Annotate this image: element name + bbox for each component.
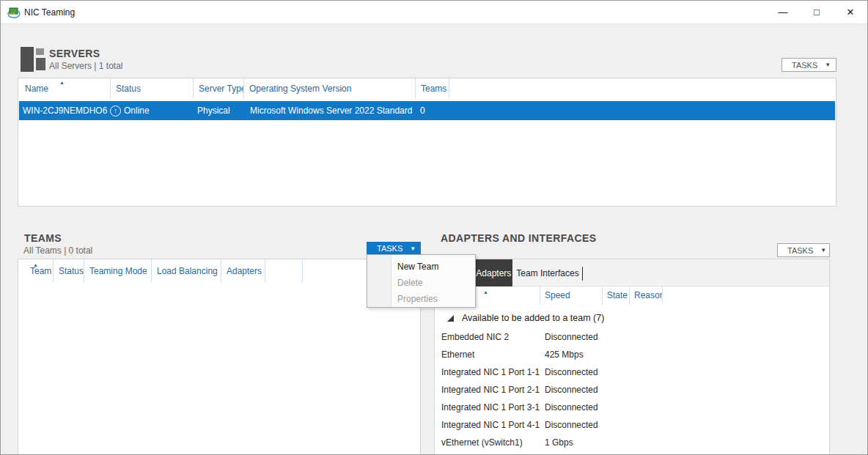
minimize-button[interactable]: — [766, 1, 800, 23]
adapter-speed: Disconnected [545, 402, 598, 413]
adapters-panel: Network Adapters Team Interfaces Speed S… [434, 259, 830, 455]
teams-tasks-button[interactable]: TASKS ▼ [367, 242, 421, 255]
server-type: Physical [197, 106, 230, 116]
teams-sort-arrow-icon: ▲ [33, 262, 38, 267]
server-online-arrow-icon: ↑ [110, 106, 121, 116]
servers-col-os-version[interactable]: Operating System Version [244, 78, 416, 98]
teams-col-adapters[interactable]: Adapters [221, 259, 265, 283]
server-teams-count: 0 [420, 106, 425, 116]
teams-col-load-balancing[interactable]: Load Balancing [152, 259, 221, 283]
close-button[interactable]: ✕ [834, 1, 867, 23]
tab-cursor [582, 267, 583, 281]
adapters-heading: ADAPTERS AND INTERFACES [441, 232, 596, 244]
adapters-tasks-label: TASKS [787, 246, 813, 255]
adapter-speed: 1 Gbps [545, 437, 573, 448]
adapter-name: vEthernet (vSwitch1) [441, 437, 523, 448]
servers-tasks-button[interactable]: TASKS ▼ [781, 58, 836, 72]
teams-col-empty [265, 259, 303, 283]
adapter-row[interactable]: Integrated NIC 1 Port 1-1 Disconnected [435, 363, 829, 381]
adapter-name: Embedded NIC 2 [441, 332, 509, 342]
adapter-row[interactable]: Integrated NIC 1 Port 4-1 Disconnected [435, 416, 829, 434]
server-os-version: Microsoft Windows Server 2022 Standard [250, 106, 412, 116]
adapters-sort-arrow-icon: ▲ [483, 289, 488, 295]
servers-table-header: Name Status Server Type Operating System… [18, 78, 836, 98]
teams-col-status[interactable]: Status [54, 259, 84, 283]
adapters-col-reason[interactable]: Reason [630, 286, 663, 304]
servers-heading: SERVERS [49, 48, 100, 59]
servers-subheading: All Servers | 1 total [49, 61, 123, 71]
adapters-group-row[interactable]: Available to be added to a team (7) [435, 311, 829, 325]
nic-teaming-app-icon [7, 7, 21, 18]
servers-icon [21, 47, 47, 72]
teams-panel: Team Status Teaming Mode Load Balancing … [18, 259, 421, 455]
menu-item-new-team[interactable]: New Team [367, 259, 475, 275]
window-title: NIC Teaming [24, 7, 75, 18]
adapters-col-state[interactable]: State [603, 286, 630, 304]
servers-tasks-caret-icon: ▼ [825, 62, 831, 68]
adapter-name: Integrated NIC 1 Port 4-1 [441, 420, 540, 430]
server-name: WIN-2CJ9NEMDHO6 [23, 106, 107, 116]
adapter-speed: Disconnected [545, 332, 598, 342]
servers-col-name[interactable]: Name [18, 78, 111, 98]
adapter-row[interactable]: Embedded NIC 2 Disconnected [435, 328, 829, 346]
servers-col-status[interactable]: Status [111, 78, 194, 98]
adapters-tasks-caret-icon: ▼ [820, 247, 826, 254]
teams-subheading: All Teams | 0 total [23, 245, 92, 256]
tab-team-interfaces[interactable]: Team Interfaces [512, 259, 583, 286]
adapter-row[interactable]: Integrated NIC 1 Port 2-1 Disconnected [435, 381, 829, 399]
adapters-tabstrip: Network Adapters Team Interfaces [435, 259, 829, 286]
server-row-selected[interactable]: WIN-2CJ9NEMDHO6 ↑ Online Physical Micros… [19, 101, 835, 120]
adapter-row[interactable]: vEthernet (vSwitch1) 1 Gbps [435, 434, 829, 451]
adapter-speed: Disconnected [545, 385, 598, 395]
group-label: Available to be added to a team (7) [462, 313, 604, 323]
adapter-speed: 425 Mbps [545, 349, 584, 360]
adapters-col-speed[interactable]: Speed [540, 286, 603, 304]
teams-tasks-menu: New Team Delete Properties [367, 254, 476, 308]
adapter-name: Integrated NIC 1 Port 3-1 [441, 402, 540, 413]
adapters-col-filler [663, 286, 829, 304]
servers-col-empty [449, 78, 836, 98]
teams-col-teaming-mode[interactable]: Teaming Mode [84, 259, 152, 283]
teams-tasks-label: TASKS [377, 244, 402, 253]
group-collapse-icon[interactable] [447, 315, 454, 322]
servers-sort-arrow-icon: ▲ [59, 80, 65, 85]
teams-tasks-caret-icon: ▼ [410, 245, 416, 252]
adapters-table-header: Speed State Reason [435, 286, 829, 304]
teams-heading: TEAMS [24, 232, 62, 244]
servers-col-server-type[interactable]: Server Type [194, 78, 244, 98]
server-status: Online [124, 106, 150, 116]
servers-panel: Name Status Server Type Operating System… [18, 78, 836, 207]
adapter-speed: Disconnected [545, 420, 598, 430]
maximize-button[interactable]: □ [800, 1, 834, 23]
teams-table-header: Team Status Teaming Mode Load Balancing … [18, 259, 420, 283]
servers-tasks-label: TASKS [792, 61, 817, 70]
adapters-tasks-button[interactable]: TASKS ▼ [777, 243, 830, 257]
menu-item-properties[interactable]: Properties [367, 291, 475, 307]
adapter-name: Integrated NIC 1 Port 1-1 [441, 367, 540, 377]
title-bar: NIC Teaming — □ ✕ [1, 1, 867, 24]
menu-item-delete[interactable]: Delete [367, 275, 475, 291]
adapter-name: Ethernet [441, 349, 474, 360]
adapter-speed: Disconnected [545, 367, 598, 377]
nic-teaming-window: NIC Teaming — □ ✕ SERVERS All Servers | … [0, 0, 868, 455]
adapter-row[interactable]: Ethernet 425 Mbps [435, 346, 829, 363]
servers-col-teams[interactable]: Teams [416, 78, 449, 98]
adapter-name: Integrated NIC 1 Port 2-1 [441, 385, 540, 395]
adapter-row[interactable]: Integrated NIC 1 Port 3-1 Disconnected [435, 399, 829, 416]
